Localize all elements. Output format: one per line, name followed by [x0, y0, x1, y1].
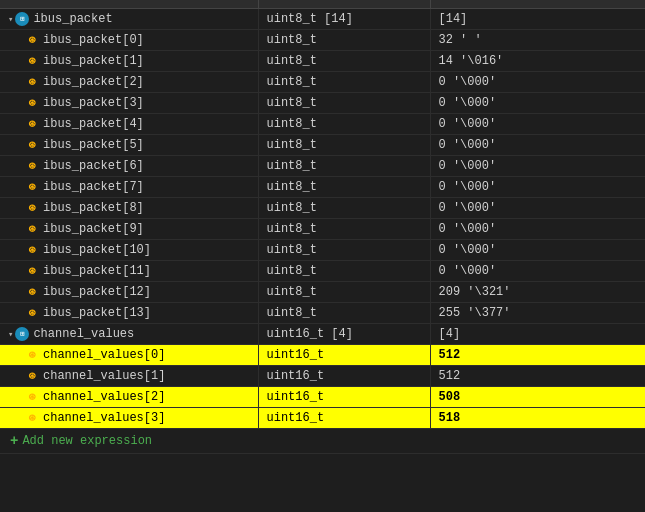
cell-type: uint16_t [258, 408, 430, 429]
table-row[interactable]: ⊛channel_values[1]uint16_t512 [0, 366, 645, 387]
watch-icon: ⊛ [24, 349, 40, 361]
watch-icon: ⊛ [24, 139, 40, 151]
expression-text: ibus_packet[2] [43, 75, 144, 89]
cell-type: uint8_t [258, 114, 430, 135]
cell-type: uint16_t [258, 345, 430, 366]
cell-expression: ⊛ibus_packet[6] [0, 156, 258, 177]
table-row[interactable]: ⊛channel_values[0]uint16_t512 [0, 345, 645, 366]
table-row[interactable]: ⊛ibus_packet[6]uint8_t0 '\000' [0, 156, 645, 177]
cell-expression: ⊛channel_values[1] [0, 366, 258, 387]
array-icon: ⊞ [15, 327, 29, 341]
expression-text: ibus_packet[7] [43, 180, 144, 194]
table-row[interactable]: ⊛ibus_packet[7]uint8_t0 '\000' [0, 177, 645, 198]
expression-text: ibus_packet[8] [43, 201, 144, 215]
table-row[interactable]: ⊛ibus_packet[1]uint8_t14 '\016' [0, 51, 645, 72]
add-expression-label: Add new expression [22, 435, 152, 449]
expression-text: ibus_packet[9] [43, 222, 144, 236]
header-expression [0, 0, 258, 9]
expression-text: ibus_packet[5] [43, 138, 144, 152]
cell-value: 209 '\321' [430, 282, 645, 303]
watch-icon: ⊛ [24, 391, 40, 403]
table-row[interactable]: ⊛ibus_packet[12]uint8_t209 '\321' [0, 282, 645, 303]
table-row[interactable]: ⊛ibus_packet[5]uint8_t0 '\000' [0, 135, 645, 156]
cell-expression: ⊛ibus_packet[9] [0, 219, 258, 240]
table-row[interactable]: ▾ ⊞ibus_packetuint8_t [14][14] [0, 9, 645, 30]
expression-text: channel_values[3] [43, 411, 165, 425]
cell-type: uint8_t [258, 198, 430, 219]
header-value [430, 0, 645, 9]
watch-icon: ⊛ [24, 244, 40, 256]
cell-expression: ⊛ibus_packet[1] [0, 51, 258, 72]
cell-expression: ⊛ibus_packet[2] [0, 72, 258, 93]
table-row[interactable]: ▾ ⊞channel_valuesuint16_t [4][4] [0, 324, 645, 345]
cell-value: 0 '\000' [430, 72, 645, 93]
cell-expression: ⊛ibus_packet[13] [0, 303, 258, 324]
expression-text: channel_values[0] [43, 348, 165, 362]
cell-expression: ⊛channel_values[3] [0, 408, 258, 429]
watch-icon: ⊛ [24, 181, 40, 193]
cell-type: uint8_t [258, 30, 430, 51]
watch-icon: ⊛ [24, 370, 40, 382]
table-row[interactable]: ⊛ibus_packet[2]uint8_t0 '\000' [0, 72, 645, 93]
cell-value: 0 '\000' [430, 93, 645, 114]
table-row[interactable]: ⊛ibus_packet[11]uint8_t0 '\000' [0, 261, 645, 282]
chevron-down-icon[interactable]: ▾ [8, 329, 13, 340]
cell-type: uint8_t [258, 240, 430, 261]
add-expression-cell[interactable]: +Add new expression [0, 429, 645, 454]
expression-text: channel_values[1] [43, 369, 165, 383]
watch-icon: ⊛ [24, 97, 40, 109]
watch-icon: ⊛ [24, 76, 40, 88]
table-row[interactable]: ⊛ibus_packet[13]uint8_t255 '\377' [0, 303, 645, 324]
cell-expression: ⊛ibus_packet[4] [0, 114, 258, 135]
cell-expression: ⊛channel_values[2] [0, 387, 258, 408]
expression-text: ibus_packet[13] [43, 306, 151, 320]
watch-icon: ⊛ [24, 118, 40, 130]
cell-expression: ⊛ibus_packet[8] [0, 198, 258, 219]
watch-icon: ⊛ [24, 160, 40, 172]
table-row[interactable]: ⊛channel_values[3]uint16_t518 [0, 408, 645, 429]
expression-text: ibus_packet[11] [43, 264, 151, 278]
cell-type: uint8_t [258, 72, 430, 93]
table-row[interactable]: ⊛channel_values[2]uint16_t508 [0, 387, 645, 408]
expression-text: ibus_packet[10] [43, 243, 151, 257]
table-row[interactable]: ⊛ibus_packet[0]uint8_t32 ' ' [0, 30, 645, 51]
table-row[interactable]: ⊛ibus_packet[4]uint8_t0 '\000' [0, 114, 645, 135]
expression-text: ibus_packet[1] [43, 54, 144, 68]
cell-type: uint8_t [258, 93, 430, 114]
table-row[interactable]: ⊛ibus_packet[9]uint8_t0 '\000' [0, 219, 645, 240]
cell-value: 512 [430, 345, 645, 366]
expression-text: channel_values [33, 327, 134, 341]
cell-type: uint16_t [4] [258, 324, 430, 345]
table-row[interactable]: ⊛ibus_packet[3]uint8_t0 '\000' [0, 93, 645, 114]
cell-type: uint8_t [258, 51, 430, 72]
cell-type: uint8_t [258, 177, 430, 198]
cell-value: 0 '\000' [430, 177, 645, 198]
add-expression-row[interactable]: +Add new expression [0, 429, 645, 454]
table-row[interactable]: ⊛ibus_packet[8]uint8_t0 '\000' [0, 198, 645, 219]
cell-value: 0 '\000' [430, 156, 645, 177]
array-icon: ⊞ [15, 12, 29, 26]
expression-text: ibus_packet[12] [43, 285, 151, 299]
chevron-down-icon[interactable]: ▾ [8, 14, 13, 25]
watch-table-container[interactable]: ▾ ⊞ibus_packetuint8_t [14][14]⊛ibus_pack… [0, 0, 645, 512]
watch-icon: ⊛ [24, 412, 40, 424]
expression-text: ibus_packet[3] [43, 96, 144, 110]
cell-type: uint8_t [258, 219, 430, 240]
cell-value: 32 ' ' [430, 30, 645, 51]
cell-value: 14 '\016' [430, 51, 645, 72]
expression-text: ibus_packet [33, 12, 112, 26]
cell-expression: ⊛channel_values[0] [0, 345, 258, 366]
cell-value: 0 '\000' [430, 261, 645, 282]
expression-text: channel_values[2] [43, 390, 165, 404]
cell-type: uint16_t [258, 387, 430, 408]
cell-value: 0 '\000' [430, 198, 645, 219]
table-row[interactable]: ⊛ibus_packet[10]uint8_t0 '\000' [0, 240, 645, 261]
table-header [0, 0, 645, 9]
watch-icon: ⊛ [24, 265, 40, 277]
expression-text: ibus_packet[0] [43, 33, 144, 47]
add-expression-icon: + [10, 433, 18, 449]
cell-value: 0 '\000' [430, 219, 645, 240]
cell-value: 518 [430, 408, 645, 429]
watch-icon: ⊛ [24, 223, 40, 235]
cell-type: uint8_t [258, 303, 430, 324]
